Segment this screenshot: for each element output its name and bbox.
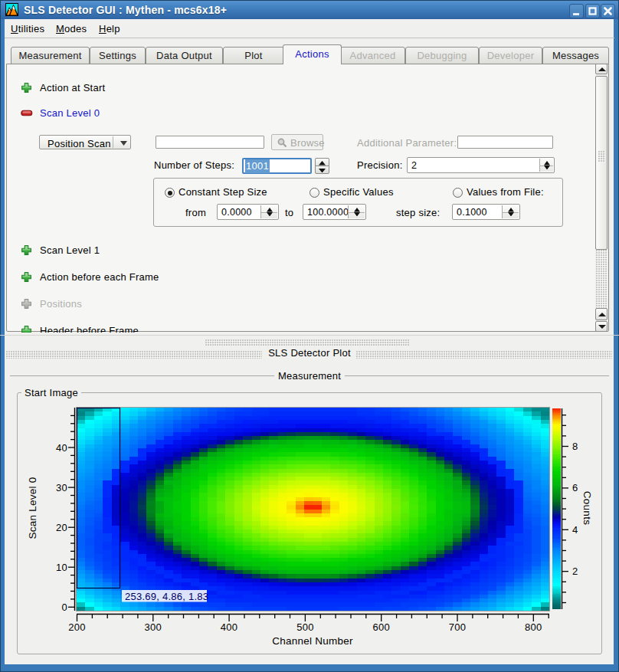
svg-text:300: 300 xyxy=(145,621,162,633)
svg-text:0: 0 xyxy=(62,602,67,613)
svg-text:200: 200 xyxy=(68,621,85,633)
svg-text:20: 20 xyxy=(56,522,67,533)
svg-text:700: 700 xyxy=(449,621,466,633)
svg-text:Counts: Counts xyxy=(581,491,593,525)
svg-text:2: 2 xyxy=(572,565,578,577)
svg-text:Scan Level 0: Scan Level 0 xyxy=(27,477,38,539)
svg-text:10: 10 xyxy=(56,562,67,573)
svg-text:600: 600 xyxy=(372,621,389,633)
svg-text:6: 6 xyxy=(572,482,578,493)
svg-text:40: 40 xyxy=(56,442,67,454)
svg-text:253.69, 4.86, 1.83: 253.69, 4.86, 1.83 xyxy=(125,591,208,602)
svg-text:8: 8 xyxy=(572,441,578,452)
svg-text:4: 4 xyxy=(572,524,578,536)
svg-text:Channel Number: Channel Number xyxy=(272,635,353,647)
svg-text:30: 30 xyxy=(56,482,67,493)
svg-text:500: 500 xyxy=(296,621,313,633)
svg-text:400: 400 xyxy=(221,621,237,633)
svg-text:800: 800 xyxy=(525,621,542,633)
